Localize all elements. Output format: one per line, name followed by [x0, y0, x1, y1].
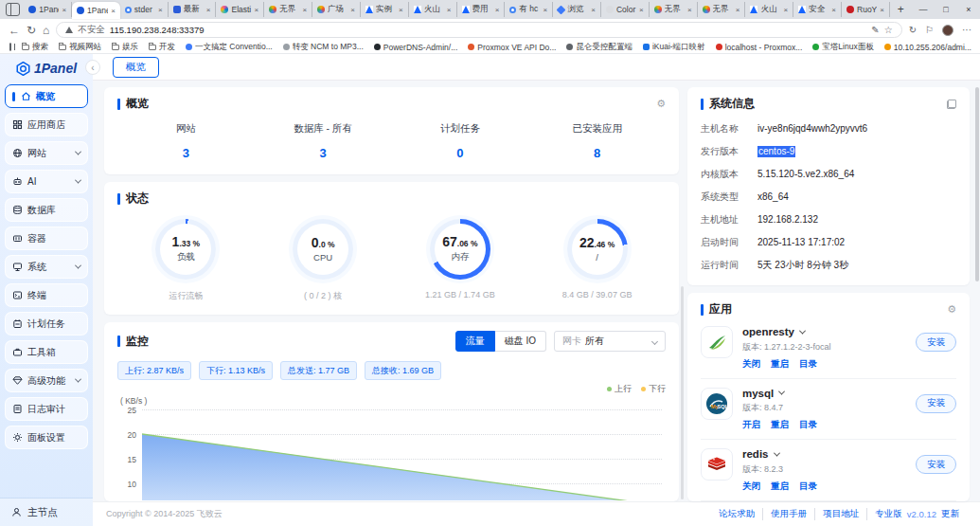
project-address-link[interactable]: 项目地址: [815, 508, 867, 520]
page-tab-overview[interactable]: 概览: [113, 57, 159, 78]
stat-value-link[interactable]: 3: [255, 146, 392, 160]
user-manual-link[interactable]: 使用手册: [763, 508, 815, 520]
sidebar-item-database[interactable]: 数据库: [5, 198, 88, 222]
update-link[interactable]: 更新: [941, 508, 959, 520]
browser-tab[interactable]: stder×: [120, 2, 169, 17]
tab-close-icon[interactable]: ×: [736, 6, 740, 14]
nic-select-dropdown[interactable]: 网卡 所有: [554, 331, 666, 352]
stat-value-link[interactable]: 8: [528, 146, 666, 160]
scrollbar-thumb[interactable]: [975, 87, 979, 281]
tab-close-icon[interactable]: ×: [111, 7, 116, 15]
scrollbar-thumb[interactable]: [681, 286, 684, 499]
tab-close-icon[interactable]: ×: [206, 6, 211, 14]
stat-value-link[interactable]: 3: [117, 146, 255, 160]
more-menu-icon[interactable]: ···: [962, 25, 971, 35]
tab-close-icon[interactable]: ×: [447, 6, 452, 14]
reload-icon[interactable]: ↻: [27, 25, 36, 36]
bookmark-item[interactable]: 一文搞定 Conventio...: [186, 42, 273, 53]
tab-close-icon[interactable]: ×: [350, 6, 355, 14]
legend-up[interactable]: 上行: [607, 383, 632, 395]
tab-close-icon[interactable]: ×: [302, 6, 307, 14]
app-stop-link[interactable]: 关闭: [742, 481, 760, 493]
tab-close-icon[interactable]: ×: [784, 6, 789, 14]
browser-tab[interactable]: 有 hc×: [505, 2, 553, 17]
app-directory-link[interactable]: 目录: [799, 419, 817, 431]
app-restart-link[interactable]: 重启: [771, 358, 789, 371]
forum-help-link[interactable]: 论坛求助: [711, 508, 763, 520]
apps-settings-gear-icon[interactable]: ⚙: [947, 303, 956, 316]
sidebar-item-container[interactable]: 容器: [5, 227, 88, 250]
new-tab-button[interactable]: +: [890, 3, 912, 16]
sidebar-item-website[interactable]: 网站: [5, 141, 88, 165]
tab-close-icon[interactable]: ×: [831, 6, 836, 14]
collections-icon[interactable]: ⚐: [925, 25, 934, 35]
sync-icon[interactable]: ↻: [909, 25, 917, 35]
address-bar[interactable]: 不安全 115.190.238.248:33379 ✎ ☆: [56, 22, 901, 38]
sidebar-item-settings[interactable]: 面板设置: [5, 426, 88, 449]
sidebar-item-appstore[interactable]: 应用商店: [5, 113, 88, 136]
copy-icon[interactable]: [947, 100, 956, 109]
browser-tab[interactable]: RuoY×: [842, 2, 890, 17]
browser-tab[interactable]: 费用×: [457, 2, 506, 17]
browser-tab[interactable]: Elasti×: [216, 2, 264, 17]
tab-layout-icon[interactable]: [6, 3, 20, 16]
disk-io-tab-button[interactable]: 磁盘 IO: [495, 331, 546, 352]
bookmark-folder[interactable]: 开发: [149, 42, 175, 53]
sidebar-item-overview[interactable]: 概览: [5, 84, 88, 108]
app-directory-link[interactable]: 目录: [799, 481, 817, 493]
bookmark-item[interactable]: Proxmox VE API Do...: [468, 43, 556, 52]
tab-close-icon[interactable]: ×: [639, 6, 644, 14]
install-button[interactable]: 安装: [916, 333, 956, 352]
browser-tab[interactable]: 广场×: [312, 2, 361, 17]
stat-value-link[interactable]: 0: [392, 146, 529, 160]
sidebar-item-cronjob[interactable]: 计划任务: [5, 312, 88, 336]
app-stop-link[interactable]: 关闭: [742, 358, 760, 371]
browser-tab[interactable]: Color×: [601, 2, 650, 17]
tab-close-icon[interactable]: ×: [255, 6, 259, 14]
sidebar-item-toolbox[interactable]: 工具箱: [5, 340, 88, 364]
app-name[interactable]: openresty: [742, 326, 916, 337]
bookmarks-sidebar-icon[interactable]: [9, 43, 11, 51]
app-restart-link[interactable]: 重启: [771, 481, 789, 493]
bookmark-item[interactable]: 宝塔Linux面板: [812, 42, 873, 53]
app-logo[interactable]: 1Panel: [0, 54, 93, 82]
bookmark-item[interactable]: 转变 NCM to MP3...: [283, 42, 364, 53]
sidebar-item-advanced[interactable]: 高级功能: [5, 369, 88, 392]
tab-close-icon[interactable]: ×: [880, 6, 884, 14]
sidebar-item-terminal[interactable]: 终端: [5, 283, 88, 307]
app-start-link[interactable]: 开启: [742, 419, 760, 431]
browser-tab[interactable]: 火山×: [409, 2, 457, 17]
url-text[interactable]: 115.190.238.248:33379: [110, 25, 866, 35]
browser-tab[interactable]: 浏览×: [553, 2, 601, 17]
browser-tab[interactable]: 无界×: [698, 2, 746, 17]
sidebar-item-ai[interactable]: AI: [5, 170, 88, 193]
app-name[interactable]: redis: [742, 448, 916, 460]
tab-close-icon[interactable]: ×: [62, 6, 66, 14]
bookmark-item[interactable]: iKuai-端口映射: [643, 42, 705, 53]
browser-tab[interactable]: 无界×: [650, 2, 698, 17]
window-close-button[interactable]: ×: [957, 0, 980, 19]
sidebar-item-system[interactable]: 系统: [5, 255, 88, 279]
install-button[interactable]: 安装: [916, 455, 956, 474]
install-button[interactable]: 安装: [916, 394, 956, 413]
tab-close-icon[interactable]: ×: [495, 6, 500, 14]
bookmark-item[interactable]: PowerDNS-Admin/...: [374, 43, 457, 52]
master-node-selector[interactable]: 主节点: [0, 498, 93, 526]
home-icon[interactable]: ⌂: [43, 25, 49, 36]
browser-tab[interactable]: 安全×: [793, 2, 842, 17]
bookmark-folder[interactable]: 搜索: [22, 42, 48, 53]
back-icon[interactable]: ←: [9, 25, 20, 36]
window-maximize-button[interactable]: □: [935, 0, 957, 19]
browser-tab[interactable]: 无界×: [264, 2, 312, 17]
sidebar-collapse-button[interactable]: ‹: [85, 60, 100, 75]
bookmark-item[interactable]: 10.10.255.206/admi...: [884, 43, 971, 52]
app-directory-link[interactable]: 目录: [799, 358, 817, 371]
tab-close-icon[interactable]: ×: [158, 6, 163, 14]
browser-tab[interactable]: 火山×: [745, 2, 793, 17]
sidebar-item-logs[interactable]: 日志审计: [5, 397, 88, 421]
app-restart-link[interactable]: 重启: [771, 419, 789, 431]
browser-tab-active[interactable]: 1Pane×: [72, 2, 120, 19]
tab-close-icon[interactable]: ×: [687, 6, 692, 14]
bookmark-folder[interactable]: 娱乐: [112, 42, 138, 53]
profile-avatar[interactable]: [942, 25, 953, 36]
